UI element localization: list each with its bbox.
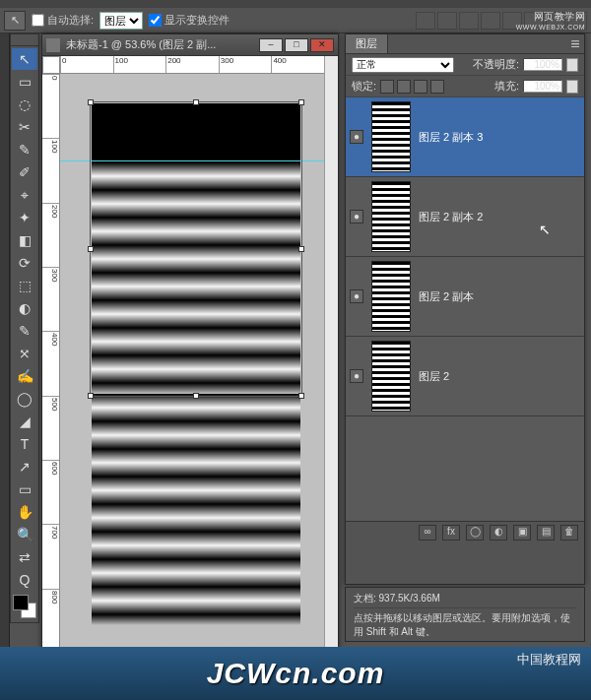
scrollbar-vertical[interactable] xyxy=(324,56,338,653)
transform-handle[interactable] xyxy=(88,99,94,105)
layer-row[interactable]: ●图层 2 副本 xyxy=(346,257,584,337)
delete-layer-icon[interactable]: 🗑 xyxy=(560,525,578,541)
fx-icon[interactable]: fx xyxy=(442,525,460,541)
align-btn[interactable] xyxy=(459,12,479,30)
tool-button[interactable]: ✋ xyxy=(12,501,37,523)
fill-arrow-icon[interactable]: ▸ xyxy=(566,80,578,94)
tab-layers[interactable]: 图层 xyxy=(346,34,388,53)
close-button[interactable]: ✕ xyxy=(310,38,334,52)
auto-select-dropdown[interactable]: 图层 xyxy=(99,12,143,30)
layer-list[interactable]: ●图层 2 副本 3●图层 2 副本 2●图层 2 副本●图层 2 xyxy=(346,97,584,521)
auto-select-checkbox[interactable] xyxy=(32,14,44,27)
ruler-tick: 500 xyxy=(42,396,59,460)
tool-button[interactable]: ◌ xyxy=(12,94,37,115)
tool-button[interactable]: ↖ xyxy=(12,48,37,70)
blend-mode-dropdown[interactable]: 正常 xyxy=(352,57,454,73)
fg-color[interactable] xyxy=(13,595,29,610)
auto-select-label: 自动选择: xyxy=(47,13,94,28)
tool-button[interactable]: ⇄ xyxy=(12,546,37,568)
document-titlebar[interactable]: 未标题-1 @ 53.6% (图层 2 副... – □ ✕ xyxy=(42,34,338,56)
ruler-vertical[interactable]: 0100200300400500600700800 xyxy=(42,74,60,653)
align-btn[interactable] xyxy=(437,12,457,30)
tool-button[interactable]: ◢ xyxy=(12,411,37,432)
tool-button[interactable]: ⟳ xyxy=(12,252,37,274)
tool-button[interactable]: ▭ xyxy=(12,71,37,93)
transform-bounds[interactable] xyxy=(90,101,302,397)
tool-button[interactable]: ⌖ xyxy=(12,184,37,206)
tool-button[interactable]: 🔍 xyxy=(12,524,37,545)
tool-button[interactable]: ✦ xyxy=(12,207,37,228)
visibility-icon[interactable]: ● xyxy=(350,289,363,303)
lock-label: 锁定: xyxy=(352,79,376,94)
visibility-icon[interactable]: ● xyxy=(350,210,363,223)
watermark-text: 网页教学网 xyxy=(516,10,585,24)
transform-handle[interactable] xyxy=(193,99,199,105)
ruler-horizontal[interactable]: 0100200300400 xyxy=(60,56,324,74)
layer-name[interactable]: 图层 2 副本 xyxy=(419,289,474,304)
toolbox: ↖▭◌✂✎✐⌖✦◧⟳⬚◐✎⤧✍◯◢T↗▭✋🔍⇄Q xyxy=(10,33,39,623)
layer-thumbnail[interactable] xyxy=(371,181,411,252)
tool-button[interactable]: ◧ xyxy=(12,229,37,251)
toolbox-grip[interactable] xyxy=(11,40,38,46)
visibility-icon[interactable]: ● xyxy=(350,369,363,383)
tool-button[interactable]: ⤧ xyxy=(12,343,37,364)
opacity-arrow-icon[interactable]: ▸ xyxy=(566,58,578,72)
transform-handle[interactable] xyxy=(298,246,304,252)
layer-row[interactable]: ●图层 2 副本 3 xyxy=(346,97,584,177)
align-btn[interactable] xyxy=(481,12,500,30)
layer-thumbnail[interactable] xyxy=(371,261,411,332)
ruler-tick: 300 xyxy=(42,267,59,331)
transform-handle[interactable] xyxy=(298,393,304,399)
info-panel: 文档: 937.5K/3.66M 点按并拖移以移动图层或选区。要用附加选项，使用… xyxy=(345,587,585,642)
watermark-top: 网页教学网 WWW.WEBJX.COM xyxy=(516,10,585,31)
tool-button[interactable]: ✎ xyxy=(12,320,37,342)
transform-handle[interactable] xyxy=(88,393,94,399)
tool-button[interactable]: ⬚ xyxy=(12,275,37,296)
tool-button[interactable]: T xyxy=(12,433,37,455)
tool-button[interactable]: ✂ xyxy=(12,116,37,138)
canvas-area[interactable] xyxy=(60,74,324,653)
layer-name[interactable]: 图层 2 xyxy=(419,369,449,384)
tool-button[interactable]: ✐ xyxy=(12,161,37,183)
show-transform[interactable]: 显示变换控件 xyxy=(149,13,230,28)
tool-button[interactable]: ↗ xyxy=(12,456,37,477)
color-swatch[interactable] xyxy=(13,595,36,618)
layer-name[interactable]: 图层 2 副本 2 xyxy=(419,210,483,224)
tool-button[interactable]: ✎ xyxy=(12,139,37,160)
tool-button[interactable]: ◯ xyxy=(12,388,37,410)
layer-name[interactable]: 图层 2 副本 3 xyxy=(419,130,483,145)
layer-row[interactable]: ●图层 2 xyxy=(346,337,584,416)
layer-thumbnail[interactable] xyxy=(371,341,411,412)
lock-trans-icon[interactable] xyxy=(380,80,394,94)
transform-handle[interactable] xyxy=(193,393,199,399)
lock-pos-icon[interactable] xyxy=(414,80,427,94)
auto-select[interactable]: 自动选择: xyxy=(32,13,94,28)
transform-handle[interactable] xyxy=(88,246,94,252)
mask-icon[interactable]: ◯ xyxy=(466,525,484,541)
maximize-button[interactable]: □ xyxy=(285,38,308,52)
watermark-text: WWW.WEBJX.COM xyxy=(516,24,585,31)
move-tool-icon[interactable]: ↖ xyxy=(4,11,26,31)
new-layer-icon[interactable]: ▤ xyxy=(537,525,555,541)
group-icon[interactable]: ▣ xyxy=(513,525,531,541)
tool-button[interactable]: ✍ xyxy=(12,365,37,387)
transform-handle[interactable] xyxy=(298,99,304,105)
adjustment-icon[interactable]: ◐ xyxy=(490,525,507,541)
lock-all-icon[interactable] xyxy=(430,80,444,94)
artwork-stripes xyxy=(92,394,300,625)
tool-button[interactable]: ▭ xyxy=(12,478,37,500)
visibility-icon[interactable]: ● xyxy=(350,130,363,144)
link-layers-icon[interactable]: ∞ xyxy=(419,525,436,541)
tool-button[interactable]: Q xyxy=(12,569,37,591)
layer-row[interactable]: ●图层 2 副本 2 xyxy=(346,177,584,257)
lock-pixel-icon[interactable] xyxy=(397,80,411,94)
fill-value[interactable]: 100% xyxy=(523,80,562,93)
tool-button[interactable]: ◐ xyxy=(12,297,37,319)
align-btn[interactable] xyxy=(416,12,435,30)
panel-menu-icon[interactable]: ≡ xyxy=(566,34,584,53)
opacity-value[interactable]: 100% xyxy=(523,58,562,71)
layer-thumbnail[interactable] xyxy=(371,101,411,172)
minimize-button[interactable]: – xyxy=(259,38,283,52)
ruler-origin[interactable] xyxy=(42,56,60,74)
show-transform-checkbox[interactable] xyxy=(149,14,162,27)
